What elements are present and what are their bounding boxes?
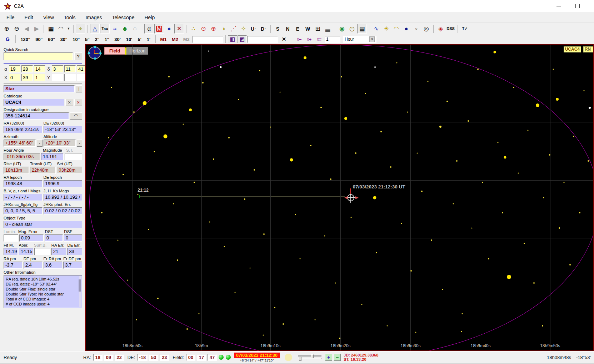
time-minus-button[interactable]: t− [294,35,304,43]
sky-chart[interactable]: Field Horizon UCAC4 RN 21:12 07/03/2023 … [85,44,594,351]
ra-m-field[interactable]: 09 [104,354,113,361]
de-degrees-input[interactable] [52,65,63,72]
x2-input[interactable] [21,74,33,81]
north-button[interactable]: N [283,24,293,34]
de-m-field[interactable]: 53 [149,354,158,361]
horizon-line-icon[interactable]: ▃ [323,24,333,34]
ra-epoch-field[interactable]: 1998.48 [4,180,43,187]
fov-button-120deg[interactable]: 120° [18,35,33,43]
sidereal-time-field[interactable] [65,153,82,160]
time-step-input[interactable] [325,36,340,43]
field-m-field[interactable]: 17 [197,354,206,361]
fit-mag-field[interactable]: 14.19 [4,248,18,255]
time-set-button[interactable]: t= [314,35,324,43]
dss-image-icon[interactable]: DSS [446,24,455,34]
de-d-field[interactable]: -18 [137,354,148,361]
asteroids-icon[interactable]: ⋰ [229,24,238,34]
er-de-pm-field[interactable]: 3.7 [63,262,82,269]
twilight-curve-icon[interactable]: ∿ [371,24,381,34]
menu-file[interactable]: File [6,15,15,20]
moon-phase-icon[interactable]: ◑ [219,24,228,34]
ecliptic-icon[interactable]: ◌ [130,24,140,34]
fov-button-90deg[interactable]: 90° [33,35,45,43]
horizon-altitude-icon[interactable]: ◠ [391,24,401,34]
fov-button-60deg[interactable]: 60° [45,35,58,43]
pan-view-icon[interactable]: ⊞ [313,24,323,34]
earth-location-icon[interactable]: ◉ [337,24,347,34]
fov-button-5min[interactable]: 5' [135,35,144,43]
grid-icon[interactable]: ▦ [46,24,56,34]
ra-hours-input[interactable] [9,65,20,72]
er-ra-pm-field[interactable]: 3.6 [44,262,63,269]
catalogue-collapse-button[interactable]: ✕ [65,99,73,106]
telescope-connection-icon[interactable]: T✓ [460,24,470,34]
menu-help[interactable]: Help [144,15,155,20]
comets-icon[interactable]: ✧ [239,24,248,34]
observatory-dome-icon[interactable]: ◠ [56,24,66,34]
field-d-field[interactable]: 00 [186,354,195,361]
jhks-phot-err-field[interactable]: 0.02 / 0.02 / 0.02 [44,207,83,214]
ccd-frame-icon[interactable]: ◈ [436,24,445,34]
history-back-icon[interactable]: ◀ [22,24,31,34]
horizon-scenery-icon[interactable]: ♣ [120,24,130,34]
transit-field[interactable]: 22h48m [30,167,56,174]
de-seconds-input[interactable] [77,65,85,72]
magnitude-field[interactable]: 14.191 [41,153,64,160]
history-forward-icon[interactable]: ▶ [32,24,41,34]
jhks-flags-field[interactable]: 0, 0, 0 / 5, 5, 5 [4,207,43,214]
lumin-field[interactable] [4,234,18,242]
screenshot-icon[interactable]: ◎ [421,24,431,34]
object-type-field[interactable]: 0 - clean star [4,221,82,228]
object-search-input[interactable] [247,36,278,43]
zoom-slider[interactable] [298,358,321,359]
help-button[interactable]: ? [74,52,82,60]
horizon-mode-button[interactable]: Horizon [126,47,148,55]
time-minus-button[interactable]: − [334,354,341,361]
hour-angle-field[interactable]: -01h 36m 03s [4,153,40,160]
x1-input[interactable] [9,74,20,81]
bvgri-mags-field[interactable]: - / - / - / - / - [4,194,43,201]
full-sky-view-icon[interactable]: ✕ [174,24,184,34]
orientation-compass[interactable] [88,46,101,59]
dome-dropdown-icon[interactable]: ▼ [66,24,71,34]
menu-telescope[interactable]: Telescope [112,15,134,20]
zoom-out-icon[interactable]: ⊖ [12,24,21,34]
time-plus-button[interactable]: + [325,354,332,361]
star-names-icon[interactable]: α [144,24,154,34]
set-field[interactable]: 03h28m [57,167,82,174]
display-settings-icon[interactable]: ▤ [357,24,367,34]
time-unit-select[interactable]: Hour ▼ [343,36,376,43]
deep-sky-objects-icon[interactable]: ● [164,24,174,34]
y3-input[interactable] [77,74,85,81]
south-button[interactable]: S [273,24,283,34]
surface-brightness-field[interactable] [34,248,50,255]
minimize-button[interactable] [556,6,561,6]
de-pm-field[interactable]: 2.4 [24,262,43,269]
flip-vertical-button[interactable]: ◩ [238,35,247,43]
fov-button-1deg[interactable]: 1° [102,35,111,43]
azimuth-field[interactable]: +155° 46' 60'' [4,140,36,147]
fov-button-10min[interactable]: 10' [123,35,135,43]
rise-field[interactable]: 18h13m [4,167,29,174]
ra-pm-field[interactable]: -3.7 [4,262,23,269]
de-error-field[interactable]: 33 [67,248,82,255]
ra-j2000-field[interactable]: 18h 09m 22.51s [4,126,43,133]
ra-h-field[interactable]: 18 [93,354,103,361]
memory-button-m2[interactable]: M2 [169,35,181,43]
fov-button-2deg[interactable]: 2° [92,35,102,43]
planet-positions-icon[interactable]: ⊙ [199,24,208,34]
messier-objects-icon[interactable]: M [154,24,164,34]
azimuth-format-button[interactable]: - [37,140,42,147]
field-mode-button[interactable]: Field [104,47,125,55]
slew-telescope-button[interactable]: ◠ [70,112,82,120]
ra-error-field[interactable]: 21 [51,248,66,255]
de-epoch-field[interactable]: 1996.9 [44,180,83,187]
other-information-box[interactable]: RA (eq. date): 18h 10m 45.52sDE (eq. dat… [4,275,82,308]
menu-images[interactable]: Images [85,15,102,20]
fov-button-10deg[interactable]: 10° [70,35,83,43]
menu-edit[interactable]: Edit [25,15,33,20]
de-s-field[interactable]: 23 [160,354,169,361]
fov-button-30deg[interactable]: 30° [58,35,70,43]
zoom-in-icon[interactable]: ⊕ [2,24,11,34]
ra-minutes-input[interactable] [21,65,33,72]
